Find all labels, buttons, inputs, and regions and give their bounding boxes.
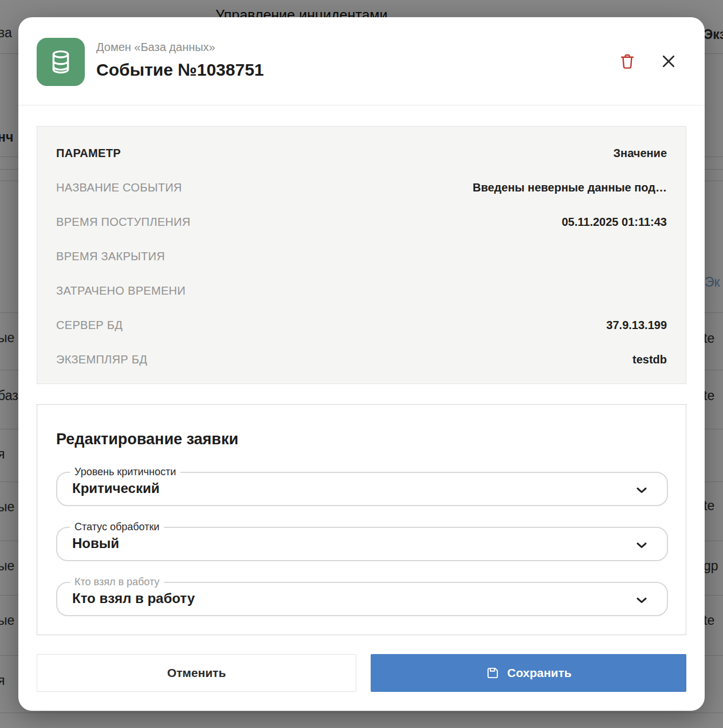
database-icon bbox=[37, 38, 85, 86]
table-row: ЭКЗЕМПЛЯР БД testdb bbox=[56, 342, 667, 377]
status-select-value: Новый bbox=[72, 535, 119, 551]
table-row: СЕРВЕР БД 37.9.13.199 bbox=[56, 308, 667, 342]
cancel-button-label: Отменить bbox=[167, 666, 226, 680]
dialog-header: Домен «База данных» Событие №1038751 bbox=[18, 17, 705, 105]
parameters-header-row: ПАРАМЕТР Значение bbox=[56, 136, 667, 170]
status-select[interactable]: Статус обработки Новый bbox=[56, 527, 668, 561]
dialog-domain-label: Домен «База данных» bbox=[96, 40, 264, 54]
parameter-column-header: ПАРАМЕТР bbox=[56, 147, 121, 160]
param-label: ВРЕМЯ ПОСТУПЛЕНИЯ bbox=[56, 216, 191, 229]
assignee-select[interactable]: Кто взял в работу Кто взял в работу bbox=[56, 582, 668, 616]
close-icon bbox=[660, 53, 677, 70]
chevron-down-icon bbox=[634, 482, 650, 498]
edit-request-section: Редактирование заявки Уровень критичност… bbox=[37, 404, 686, 635]
criticality-select[interactable]: Уровень критичности Критический bbox=[56, 472, 668, 506]
table-row: ВРЕМЯ ПОСТУПЛЕНИЯ 05.11.2025 01:11:43 bbox=[56, 205, 667, 239]
assignee-select-value: Кто взял в работу bbox=[72, 590, 195, 606]
save-button-label: Сохранить bbox=[507, 666, 571, 680]
save-icon bbox=[485, 666, 500, 680]
assignee-select-label: Кто взял в работу bbox=[70, 576, 164, 588]
param-value: testdb bbox=[632, 353, 667, 366]
table-row: ЗАТРАЧЕНО ВРЕМЕНИ bbox=[56, 273, 667, 308]
event-dialog: Домен «База данных» Событие №1038751 bbox=[18, 17, 705, 711]
param-label: ВРЕМЯ ЗАКРЫТИЯ bbox=[56, 250, 165, 263]
status-select-label: Статус обработки bbox=[70, 521, 164, 533]
table-row: НАЗВАНИЕ СОБЫТИЯ Введены неверные данные… bbox=[56, 170, 667, 205]
trash-icon bbox=[618, 52, 636, 71]
param-value: 37.9.13.199 bbox=[606, 319, 667, 332]
save-button[interactable]: Сохранить bbox=[371, 654, 686, 692]
param-label: ЗАТРАЧЕНО ВРЕМЕНИ bbox=[56, 284, 186, 298]
param-label: СЕРВЕР БД bbox=[56, 319, 123, 332]
chevron-down-icon bbox=[634, 592, 650, 608]
param-label: НАЗВАНИЕ СОБЫТИЯ bbox=[56, 181, 182, 194]
table-row: ВРЕМЯ ЗАКРЫТИЯ bbox=[56, 239, 667, 273]
criticality-select-value: Критический bbox=[72, 480, 159, 496]
chevron-down-icon bbox=[634, 537, 650, 553]
header-divider bbox=[18, 105, 705, 105]
edit-section-heading: Редактирование заявки bbox=[56, 430, 238, 448]
event-parameters-table: ПАРАМЕТР Значение НАЗВАНИЕ СОБЫТИЯ Введе… bbox=[37, 126, 686, 384]
cancel-button[interactable]: Отменить bbox=[37, 654, 356, 692]
value-column-header: Значение bbox=[614, 147, 667, 160]
delete-event-button[interactable] bbox=[618, 52, 637, 71]
dialog-title: Событие №1038751 bbox=[96, 60, 264, 80]
param-label: ЭКЗЕМПЛЯР БД bbox=[56, 353, 147, 366]
param-value: Введены неверные данные под… bbox=[473, 181, 667, 194]
criticality-select-label: Уровень критичности bbox=[70, 466, 180, 477]
close-dialog-button[interactable] bbox=[659, 52, 678, 71]
param-value: 05.11.2025 01:11:43 bbox=[561, 216, 667, 229]
